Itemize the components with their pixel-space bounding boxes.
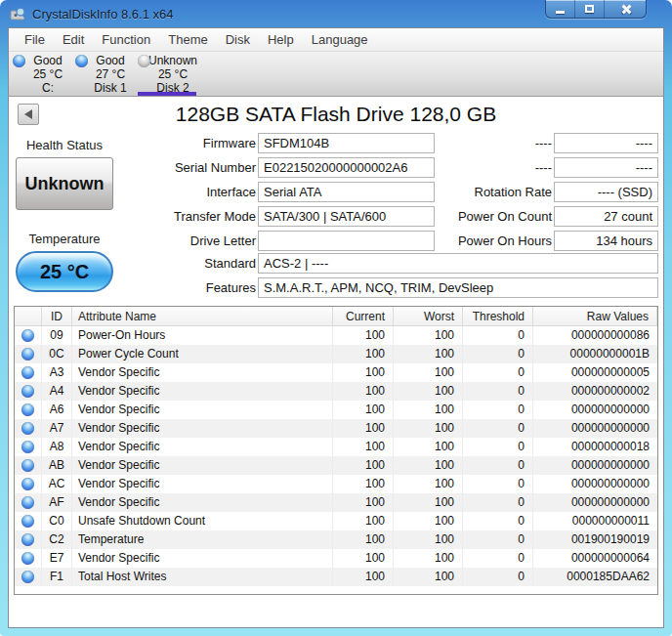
table-row-a3[interactable]: A3Vendor Specific1001000000000000005 <box>15 363 657 382</box>
attribute-status-orb-icon <box>21 403 34 416</box>
close-button[interactable] <box>605 0 646 18</box>
titlebar[interactable]: CrystalDiskInfo 8.6.1 x64 <box>0 0 672 27</box>
cell-status-icon <box>15 456 42 475</box>
cell-status-icon <box>15 363 42 382</box>
cell-status-icon <box>15 493 42 512</box>
cell-current: 100 <box>333 345 394 363</box>
cell-current: 100 <box>333 419 394 438</box>
header-worst[interactable]: Worst <box>394 307 463 325</box>
menu-language[interactable]: Language <box>303 28 377 51</box>
cell-worst: 100 <box>394 493 463 512</box>
cell-name: Temperature <box>72 530 333 549</box>
cell-name: Vendor Specific <box>72 363 333 382</box>
table-row-09[interactable]: 09Power-On Hours1001000000000000086 <box>15 326 657 345</box>
table-row-ac[interactable]: ACVendor Specific1001000000000000000 <box>15 475 657 493</box>
field-features-label: Features <box>67 277 256 298</box>
menu-bar: FileEditFunctionThemeDiskHelpLanguage <box>9 28 663 52</box>
table-row-a4[interactable]: A4Vendor Specific1001000000000000002 <box>15 382 657 401</box>
header-raw[interactable]: Raw Values <box>533 307 657 325</box>
cell-id: C2 <box>42 530 72 549</box>
app-window: CrystalDiskInfo 8.6.1 x64 FileEditFuncti… <box>0 0 672 636</box>
smart-attribute-table[interactable]: IDAttribute NameCurrentWorstThresholdRaw… <box>14 306 658 595</box>
cell-raw: 000000000064 <box>533 549 657 568</box>
table-row-ab[interactable]: ABVendor Specific1001000000000000000 <box>15 456 657 475</box>
cell-current: 100 <box>333 475 394 493</box>
minimize-icon <box>556 11 565 14</box>
attribute-status-orb-icon <box>21 366 34 379</box>
disk-tab-c[interactable]: Good25 °CC: <box>11 52 73 96</box>
cell-worst: 100 <box>394 568 463 586</box>
header-name[interactable]: Attribute Name <box>72 307 333 325</box>
cell-name: Power Cycle Count <box>72 345 333 363</box>
disk-status-orb-icon <box>138 55 150 67</box>
tab-status: Good <box>22 54 73 67</box>
field-right-1-label: ---- <box>399 133 552 153</box>
cell-raw: 000000000000 <box>533 475 657 493</box>
cell-raw: 0000185DAA62 <box>533 568 657 586</box>
field-right-3-label: Rotation Rate <box>399 182 552 202</box>
content-area: 128GB SATA Flash Drive 128,0 GB Health S… <box>9 97 663 627</box>
table-row-e7[interactable]: E7Vendor Specific1001000000000000064 <box>15 549 657 568</box>
cell-worst: 100 <box>394 401 463 419</box>
disk-tab-disk1[interactable]: Good27 °CDisk 1 <box>73 52 136 96</box>
table-row-a6[interactable]: A6Vendor Specific1001000000000000000 <box>15 401 657 419</box>
cell-name: Vendor Specific <box>72 419 333 438</box>
cell-id: AC <box>42 475 72 493</box>
attribute-status-orb-icon <box>21 496 34 509</box>
table-row-c2[interactable]: C2Temperature1001000001900190019 <box>15 530 657 549</box>
maximize-button[interactable] <box>575 0 605 18</box>
table-row-f1[interactable]: F1Total Host Writes10010000000185DAA62 <box>15 568 657 586</box>
disk-tab-disk2[interactable]: Unknown25 °CDisk 2 <box>136 52 198 96</box>
table-row-a7[interactable]: A7Vendor Specific1001000000000000000 <box>15 419 657 438</box>
cell-current: 100 <box>333 530 394 549</box>
cell-worst: 100 <box>394 438 463 456</box>
cell-id: AB <box>42 456 72 475</box>
attribute-status-orb-icon <box>21 329 34 342</box>
menu-file[interactable]: File <box>16 28 54 51</box>
cell-worst: 100 <box>394 475 463 493</box>
cell-current: 100 <box>333 549 394 568</box>
header-icon[interactable] <box>15 307 42 325</box>
cell-threshold: 0 <box>463 475 533 493</box>
header-id[interactable]: ID <box>42 307 72 325</box>
menu-edit[interactable]: Edit <box>54 28 93 51</box>
cell-raw: 000000000005 <box>533 363 657 382</box>
header-threshold[interactable]: Threshold <box>463 307 533 325</box>
attribute-status-orb-icon <box>21 571 34 583</box>
header-current[interactable]: Current <box>333 307 394 325</box>
tab-status: Unknown <box>147 54 198 67</box>
cell-id: A6 <box>42 401 72 419</box>
table-row-c0[interactable]: C0Unsafe Shutdown Count10010000000000000… <box>15 512 657 530</box>
cell-id: A4 <box>42 382 72 401</box>
cell-status-icon <box>15 419 42 438</box>
cell-status-icon <box>15 568 42 586</box>
cell-name: Vendor Specific <box>72 493 333 512</box>
menu-disk[interactable]: Disk <box>217 28 259 51</box>
field-right-2-value: ---- <box>554 157 658 178</box>
table-row-0c[interactable]: 0CPower Cycle Count100100000000000001B <box>15 345 657 363</box>
attribute-status-orb-icon <box>21 515 34 528</box>
tab-disk-name: Disk 2 <box>147 81 198 95</box>
cell-status-icon <box>15 438 42 456</box>
cell-name: Vendor Specific <box>72 382 333 401</box>
disk-tab-strip: Good25 °CC:Good27 °CDisk 1Unknown25 °CDi… <box>9 52 663 97</box>
menu-help[interactable]: Help <box>259 28 303 51</box>
minimize-button[interactable] <box>546 0 575 18</box>
menu-theme[interactable]: Theme <box>159 28 216 51</box>
cell-worst: 100 <box>394 382 463 401</box>
table-row-a8[interactable]: A8Vendor Specific1001000000000000018 <box>15 438 657 456</box>
smart-table-body: 09Power-On Hours10010000000000000860CPow… <box>15 326 657 586</box>
tab-temperature: 25 °C <box>147 67 198 81</box>
app-icon <box>10 6 26 22</box>
menu-function[interactable]: Function <box>93 28 159 51</box>
cell-worst: 100 <box>394 363 463 382</box>
cell-worst: 100 <box>394 419 463 438</box>
window-controls <box>545 0 647 19</box>
cell-current: 100 <box>333 401 394 419</box>
cell-threshold: 0 <box>463 326 533 345</box>
cell-current: 100 <box>333 493 394 512</box>
window-title: CrystalDiskInfo 8.6.1 x64 <box>32 7 174 21</box>
table-row-af[interactable]: AFVendor Specific1001000000000000000 <box>15 493 657 512</box>
cell-status-icon <box>15 326 42 345</box>
attribute-status-orb-icon <box>21 459 34 472</box>
